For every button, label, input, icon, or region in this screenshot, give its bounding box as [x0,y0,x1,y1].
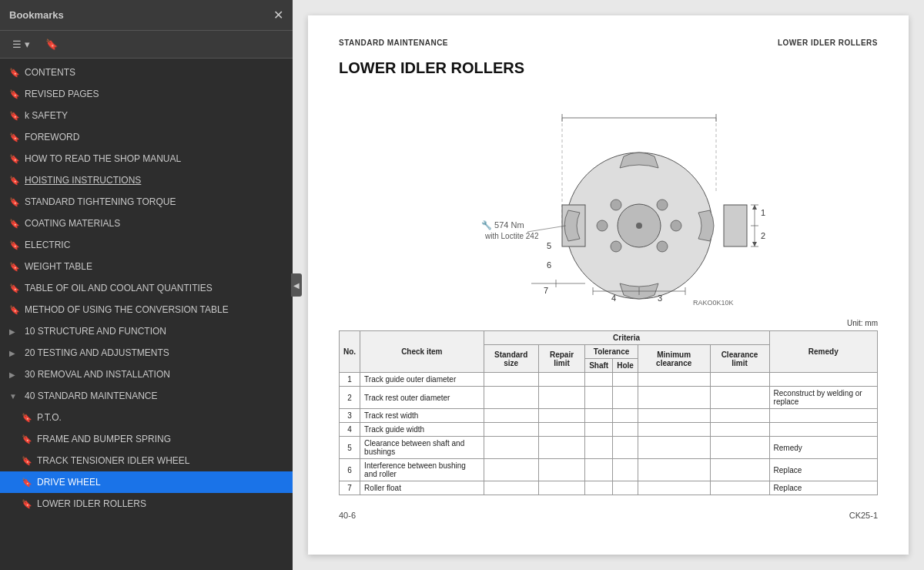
sidebar-item-label-pto: P.T.O. [37,412,286,423]
sidebar-item-foreword[interactable]: 🔖FOREWORD [0,126,293,148]
collapse-sidebar-handle[interactable]: ◀ [291,273,302,297]
menu-toolbar-button[interactable]: ☰ ▾ [8,36,35,52]
th-no.: No. [340,331,360,373]
cell-val-2 [585,373,613,387]
th-remedy: Remedy [769,331,877,373]
close-button[interactable]: ✕ [273,9,283,22]
sidebar: Bookmarks ✕ ☰ ▾ 🔖 🔖CONTENTS🔖REVISED PAGE… [0,0,293,570]
cell-no: 5 [340,437,360,459]
cell-item: Track guide outer diameter [360,373,484,387]
svg-text:3: 3 [658,293,662,303]
th-tolerance: Tolerance [585,345,638,359]
sidebar-item-contents[interactable]: 🔖CONTENTS [0,62,293,83]
svg-rect-10 [724,205,747,246]
cell-val-5 [710,409,769,423]
sidebar-item-20-testing[interactable]: ▶20 TESTING AND ADJUSTMENTS [0,342,293,364]
sidebar-item-conversion[interactable]: 🔖METHOD OF USING THE CONVERSION TABLE [0,299,293,320]
cell-val-2 [585,387,613,409]
footer-page: 40-6 [339,511,356,520]
cell-val-3 [613,459,638,481]
sidebar-item-hoisting[interactable]: 🔖HOISTING INSTRUCTIONS [0,169,293,191]
th-repair-limit: Repair limit [538,345,584,373]
sidebar-item-30-removal[interactable]: ▶30 REMOVAL AND INSTALLATION [0,364,293,385]
cell-val-0 [484,373,538,387]
sidebar-item-std-tightening[interactable]: 🔖STANDARD TIGHTENING TORQUE [0,191,293,213]
bookmark-icon-revised-pages: 🔖 [9,89,20,99]
svg-text:7: 7 [544,286,548,295]
cell-val-0 [484,409,538,423]
cell-remedy: Replace [769,481,877,495]
bookmark-icon-foreword: 🔖 [9,132,20,142]
cell-remedy [769,409,877,423]
table-body: 1Track guide outer diameter2Track rest o… [340,373,878,495]
cell-val-5 [710,373,769,387]
th-check-item: Check item [360,331,484,373]
cell-val-4 [638,387,710,409]
cell-val-5 [710,387,769,409]
sidebar-item-label-coating: COATING MATERIALS [25,218,286,229]
cell-val-3 [613,387,638,409]
bookmark-icon-conversion: 🔖 [9,305,20,315]
sidebar-title: Bookmarks [9,9,64,21]
cell-val-2 [585,423,613,437]
cell-val-4 [638,409,710,423]
cell-val-5 [710,481,769,495]
cell-item: Track rest width [360,409,484,423]
svg-point-8 [636,223,642,229]
svg-point-13 [611,241,621,252]
bookmark-icon-drive-wheel: 🔖 [22,478,32,488]
sidebar-item-label-k-safety: k SAFETY [25,110,286,121]
doc-header-right: LOWER IDLER ROLLERS [778,39,878,47]
sidebar-item-40-std-maint[interactable]: ▼40 STANDARD MAINTENANCE [0,385,293,407]
bookmark-icon-pto: 🔖 [22,413,32,423]
cell-no: 6 [340,459,360,481]
sidebar-item-track-tensioner[interactable]: 🔖TRACK TENSIONER IDLER WHEEL [0,450,293,471]
sidebar-item-weight-table[interactable]: 🔖WEIGHT TABLE [0,256,293,277]
bookmark-icon-k-safety: 🔖 [9,111,20,121]
svg-text:🔧 574 Nm: 🔧 574 Nm [481,220,524,230]
sidebar-item-coating[interactable]: 🔖COATING MATERIALS [0,213,293,234]
svg-text:2: 2 [761,231,765,240]
sidebar-item-drive-wheel[interactable]: 🔖DRIVE WHEEL [0,471,293,493]
cell-no: 4 [340,423,360,437]
svg-text:6: 6 [547,260,551,270]
sidebar-item-revised-pages[interactable]: 🔖REVISED PAGES [0,83,293,105]
sidebar-item-oil-coolant[interactable]: 🔖TABLE OF OIL AND COOLANT QUANTITIES [0,277,293,299]
sidebar-item-label-30-removal: 30 REMOVAL AND INSTALLATION [25,369,286,380]
cell-val-1 [538,459,584,481]
bookmark-icon-how-to-read: 🔖 [9,154,20,164]
sidebar-item-electric[interactable]: 🔖ELECTRIC [0,234,293,256]
sidebar-item-label-20-testing: 20 TESTING AND ADJUSTMENTS [25,347,286,358]
sidebar-item-k-safety[interactable]: 🔖k SAFETY [0,105,293,126]
cell-val-2 [585,459,613,481]
sidebar-list: 🔖CONTENTS🔖REVISED PAGES🔖k SAFETY🔖FOREWOR… [0,59,293,570]
bookmark-toolbar-button[interactable]: 🔖 [41,36,62,52]
expand-arrow-30-removal: ▶ [9,370,20,379]
sidebar-item-how-to-read[interactable]: 🔖HOW TO READ THE SHOP MANUAL [0,148,293,169]
cell-val-4 [638,437,710,459]
bookmark-icon-contents: 🔖 [9,68,20,78]
svg-point-15 [597,220,608,231]
expand-arrow-10-structure: ▶ [9,327,20,336]
cell-val-3 [613,423,638,437]
bookmark-icon-track-tensioner: 🔖 [22,456,32,466]
main-content: STANDARD MAINTENANCE LOWER IDLER ROLLERS… [293,0,924,570]
svg-point-14 [657,241,668,252]
sidebar-item-label-how-to-read: HOW TO READ THE SHOP MANUAL [25,153,286,164]
cell-remedy: Replace [769,459,877,481]
sidebar-item-label-track-tensioner: TRACK TENSIONER IDLER WHEEL [37,455,286,466]
sidebar-item-label-40-std-maint: 40 STANDARD MAINTENANCE [25,391,286,401]
doc-footer: 40-6 CK25-1 [339,511,878,520]
sidebar-item-pto[interactable]: 🔖P.T.O. [0,407,293,428]
cell-val-3 [613,437,638,459]
sidebar-item-label-weight-table: WEIGHT TABLE [25,261,286,272]
cell-item: Roller float [360,481,484,495]
sidebar-item-10-structure[interactable]: ▶10 STRUCTURE AND FUNCTION [0,320,293,342]
cell-val-3 [613,481,638,495]
expand-arrow-40-std-maint: ▼ [9,392,20,401]
table-row: 7Roller floatReplace [340,481,878,495]
diagram-area: 1 2 4 3 5 6 [339,91,878,307]
sidebar-item-frame-bumper[interactable]: 🔖FRAME AND BUMPER SPRING [0,428,293,450]
sidebar-item-lower-idler[interactable]: 🔖LOWER IDLER ROLLERS [0,493,293,515]
bookmark-icon-weight-table: 🔖 [9,262,20,272]
